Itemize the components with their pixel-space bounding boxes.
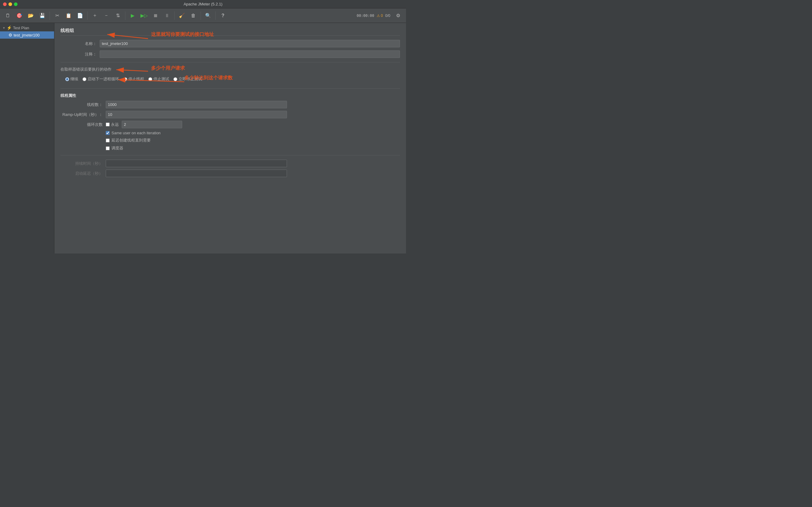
comment-label: 注释：	[60, 52, 97, 57]
comment-input[interactable]	[100, 50, 400, 58]
cut-btn[interactable]: ✂	[52, 10, 62, 21]
name-input[interactable]	[100, 40, 400, 47]
forever-input[interactable]	[106, 122, 110, 126]
error-action-radio-group: 继续 启动下一进程循环 停止线程 停止测试 立即停止测试	[60, 74, 400, 84]
divider-1	[60, 62, 400, 62]
separator-6	[215, 11, 216, 20]
threads-label: 线程数：	[60, 102, 103, 107]
separator-5	[201, 11, 201, 20]
scheduler-checkbox[interactable]	[106, 146, 110, 150]
error-count: 0/0	[385, 13, 390, 18]
help-btn[interactable]: ?	[217, 10, 229, 21]
delay-create-checkbox[interactable]	[106, 138, 110, 143]
close-button[interactable]	[3, 2, 7, 6]
radio-stop-test-now-label: 立即停止测试	[179, 76, 202, 82]
toolbar-right: 00:00:00 ⚠ 0 0/0 ⚙	[357, 10, 404, 21]
tree-arrow: ▼	[2, 26, 5, 30]
loop-input[interactable]	[122, 121, 182, 128]
timer-display: 00:00:00	[357, 13, 374, 18]
startup-delay-label: 启动延迟（秒）	[60, 171, 103, 176]
clear-all-btn[interactable]: 🗑	[188, 10, 199, 21]
radio-next-loop-label: 启动下一进程循环	[88, 76, 119, 82]
sidebar-item-threadgroup[interactable]: ⚙ test_jmeter100	[0, 32, 54, 39]
threads-row: 线程数：	[60, 101, 400, 108]
separator-2	[87, 11, 88, 20]
section-title: 线程组	[60, 28, 400, 36]
warning-count: 0	[381, 13, 383, 18]
name-label: 名称：	[60, 41, 97, 47]
radio-continue[interactable]: 继续	[65, 76, 78, 82]
delay-create-label: 延迟创建线程直到需要	[111, 137, 151, 143]
paste-btn[interactable]: 📄	[74, 10, 86, 21]
shutdown-btn[interactable]: ⏸	[162, 10, 172, 21]
titlebar: Apache JMeter (5.2.1)	[0, 0, 406, 8]
new-btn[interactable]: 🗒	[2, 10, 13, 21]
duration-row: 持续时间（秒）	[60, 160, 400, 167]
radio-stop-test[interactable]: 停止测试	[148, 76, 169, 82]
radio-continue-label: 继续	[70, 76, 78, 82]
radio-stop-test-label: 停止测试	[153, 76, 169, 82]
startup-delay-row: 启动延迟（秒）	[60, 170, 400, 177]
expand-btn[interactable]: ＋	[89, 10, 100, 21]
loop-row: 循环次数 永远	[60, 121, 400, 128]
forever-label: 永远	[111, 122, 119, 127]
minimize-button[interactable]	[8, 2, 12, 6]
threadgroup-icon: ⚙	[8, 33, 12, 38]
startup-delay-input[interactable]	[106, 170, 287, 177]
rampup-label: Ramp-Up时间（秒）：	[60, 112, 103, 117]
duration-label: 持续时间（秒）	[60, 161, 103, 166]
divider-3	[60, 155, 400, 156]
name-row: 名称：	[60, 40, 400, 47]
threadgroup-label: test_jmeter100	[14, 33, 40, 38]
start-no-pause-btn[interactable]: ▶▷	[139, 10, 150, 21]
separator-3	[125, 11, 125, 20]
rampup-input[interactable]	[106, 111, 287, 118]
error-action-label: 在取样器错误后要执行的动作	[60, 67, 400, 72]
toggle-btn[interactable]: ⇅	[112, 10, 123, 21]
templates-btn[interactable]: 🎯	[14, 10, 25, 21]
duration-input[interactable]	[106, 160, 287, 167]
warning-indicator: ⚠ 0	[377, 13, 383, 18]
loop-label: 循环次数	[60, 122, 103, 127]
rampup-row: Ramp-Up时间（秒）：	[60, 111, 400, 118]
testplan-icon: ⚡	[7, 25, 12, 30]
divider-2	[60, 89, 400, 89]
testplan-label: Test Plan	[13, 25, 29, 30]
search-btn[interactable]: 🔍	[203, 10, 214, 21]
start-btn[interactable]: ▶	[127, 10, 138, 21]
delay-create-row: 延迟创建线程直到需要	[60, 137, 400, 143]
sidebar-item-testplan[interactable]: ▼ ⚡ Test Plan	[0, 24, 54, 32]
main-layout: ▼ ⚡ Test Plan ⚙ test_jmeter100	[0, 23, 406, 253]
main-toolbar: 🗒 🎯 📂 💾 ✂ 📋 📄 ＋ － ⇅ ▶ ▶▷ ⏹ ⏸ 🧹 🗑 🔍 ? 00:…	[0, 8, 406, 23]
forever-checkbox[interactable]: 永远	[106, 122, 119, 127]
window-controls	[3, 2, 17, 6]
radio-stop-thread-label: 停止线程	[129, 76, 144, 82]
stop-btn[interactable]: ⏹	[150, 10, 161, 21]
radio-stop-thread[interactable]: 停止线程	[123, 76, 144, 82]
separator-1	[50, 11, 50, 20]
warning-icon: ⚠	[377, 13, 380, 18]
radio-stop-test-now[interactable]: 立即停止测试	[173, 76, 202, 82]
sidebar: ▼ ⚡ Test Plan ⚙ test_jmeter100	[0, 23, 54, 253]
scheduler-label: 调度器	[111, 146, 123, 151]
save-btn[interactable]: 💾	[37, 10, 48, 21]
copy-btn[interactable]: 📋	[63, 10, 74, 21]
maximize-button[interactable]	[14, 2, 17, 6]
comment-row: 注释：	[60, 50, 400, 58]
separator-4	[174, 11, 174, 20]
scheduler-row: 调度器	[60, 146, 400, 151]
radio-next-loop[interactable]: 启动下一进程循环	[83, 76, 119, 82]
same-user-label: Same user on each iteration	[111, 131, 161, 135]
content-area: 这里就写你要测试的接口地址 多少个用户请求 多少秒达到这个请求数 线程组 名称：…	[54, 23, 406, 253]
open-btn[interactable]: 📂	[26, 10, 36, 21]
clear-btn[interactable]: 🧹	[176, 10, 187, 21]
properties-section-title: 线程属性	[60, 93, 400, 98]
settings-btn[interactable]: ⚙	[393, 10, 404, 21]
same-user-checkbox[interactable]	[106, 131, 110, 135]
collapse-btn[interactable]: －	[101, 10, 112, 21]
same-user-row: Same user on each iteration	[60, 131, 400, 135]
window-title: Apache JMeter (5.2.1)	[184, 2, 223, 6]
threads-input[interactable]	[106, 101, 287, 108]
